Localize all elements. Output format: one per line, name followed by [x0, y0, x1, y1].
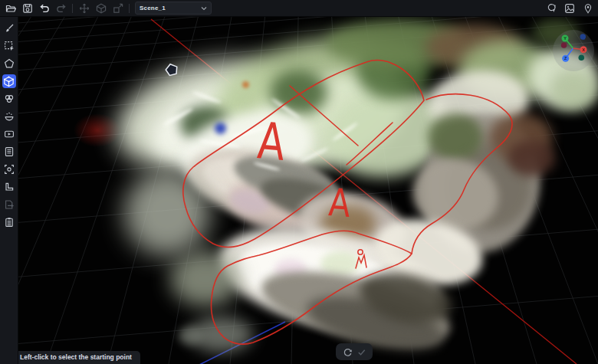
chevron-down-icon — [201, 6, 207, 11]
location-pin-icon — [583, 3, 593, 14]
redo-button[interactable] — [55, 2, 67, 14]
image-icon — [564, 3, 575, 14]
viewport-3d[interactable]: A A Y X Z — [0, 0, 598, 364]
annotation-letter-1: A — [255, 111, 288, 172]
annotation-segment-2 — [347, 123, 393, 165]
save-icon — [22, 3, 33, 14]
sidebar-tool-focus-center[interactable] — [2, 162, 16, 176]
status-hint: Left-click to select the starting point — [12, 351, 140, 364]
focus-icon — [4, 164, 15, 175]
sidebar-tool-polygon-select[interactable] — [2, 57, 16, 71]
undo-icon — [39, 3, 50, 14]
sidebar-tool-cleanup[interactable] — [2, 110, 16, 123]
location-button[interactable] — [582, 2, 593, 14]
gizmo-x-label: X — [582, 48, 585, 52]
toolbar-separator — [72, 4, 73, 13]
top-toolbar: Scene_1 — [0, 0, 598, 17]
feedback-button[interactable] — [545, 2, 557, 14]
gizmo-neg-y-ball[interactable] — [579, 55, 585, 61]
toolbar-separator — [129, 4, 130, 13]
move-tool-button[interactable] — [78, 2, 90, 14]
undo-button[interactable] — [38, 2, 50, 14]
image-view-button[interactable] — [564, 2, 575, 14]
redo-icon — [56, 3, 67, 14]
confirm-check-icon[interactable] — [356, 347, 366, 357]
polygon-icon — [4, 58, 15, 69]
stick-figure-annotation — [356, 250, 366, 268]
sidebar-tool-video-capture[interactable] — [2, 127, 16, 141]
sidebar-tool-log-panel[interactable] — [2, 215, 16, 229]
save-button[interactable] — [21, 2, 33, 14]
annotation-layer: A A — [0, 0, 598, 364]
application-window: A A Y X Z — [0, 0, 598, 364]
box-transform-tool-button[interactable] — [95, 2, 107, 14]
open-project-button[interactable] — [5, 2, 16, 14]
selection-confirm-bar — [336, 343, 373, 360]
cleanup-bowl-icon — [4, 111, 15, 122]
marquee-select-icon — [4, 41, 15, 51]
sidebar-tool-box-select[interactable] — [2, 74, 16, 88]
annotation-letter-2: A — [327, 180, 352, 226]
sidebar-tool-brush[interactable] — [2, 21, 16, 35]
feedback-icon — [546, 3, 557, 14]
scale-icon — [113, 3, 123, 14]
gizmo-neg-z-ball[interactable] — [580, 34, 586, 40]
sidebar-tool-measure[interactable] — [2, 180, 16, 194]
upper-loop-annotation — [183, 61, 424, 248]
notes-icon — [4, 146, 15, 157]
gizmo-neg-x-ball[interactable] — [561, 42, 567, 48]
video-icon — [4, 129, 15, 139]
folder-open-icon — [5, 3, 16, 14]
sidebar-tool-marquee-select[interactable] — [2, 39, 16, 53]
wall-edge-annotation — [412, 94, 512, 254]
sidebar-tool-page-export[interactable] — [2, 198, 16, 212]
view-gizmo[interactable]: Y X Z — [549, 26, 598, 72]
sidebar-tool-notes[interactable] — [2, 145, 16, 159]
lower-loop-annotation — [211, 231, 412, 344]
sidebar-tool-spheres[interactable] — [2, 92, 16, 106]
gizmo-y-label: Y — [564, 36, 567, 41]
spheres-icon — [4, 93, 15, 104]
rotate-icon[interactable] — [343, 347, 353, 357]
page-export-icon — [4, 199, 15, 210]
polygon-tool-cursor — [165, 63, 179, 76]
annotation-segment-1 — [290, 86, 358, 146]
tool-sidebar — [0, 17, 18, 364]
scene-selector[interactable]: Scene_1 — [135, 2, 212, 15]
scale-tool-button[interactable] — [112, 2, 123, 14]
cube-icon — [96, 3, 107, 14]
brush-icon — [4, 23, 15, 34]
clipboard-icon — [4, 217, 15, 228]
move-icon — [79, 3, 90, 14]
box-select-cube-icon — [3, 76, 15, 87]
measure-ruler-icon — [4, 182, 15, 192]
scene-selector-value: Scene_1 — [140, 5, 166, 11]
